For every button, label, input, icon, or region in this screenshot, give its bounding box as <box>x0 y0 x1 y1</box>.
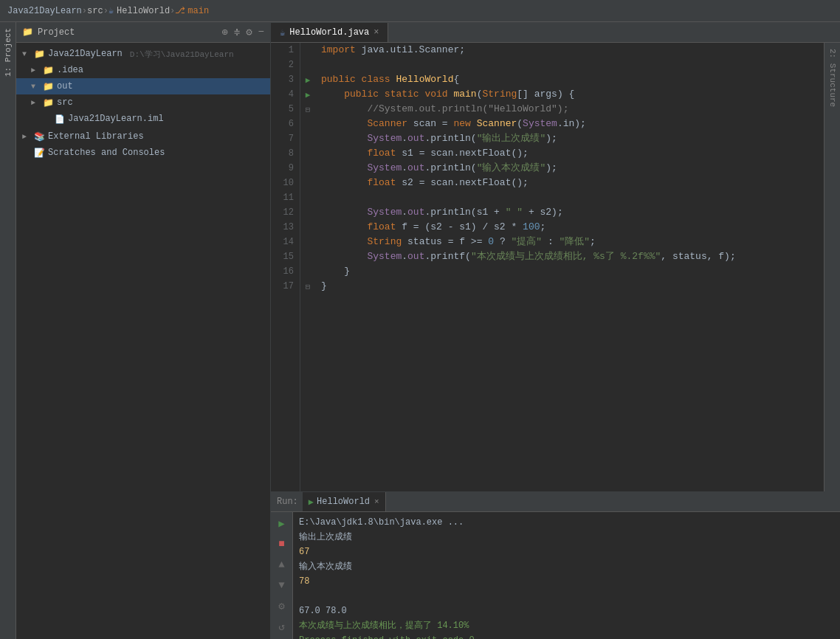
tree-item-idea[interactable]: 📁 .idea <box>16 62 270 78</box>
code-line-4: public static void main(String[] args) { <box>321 87 818 102</box>
gutter-15 <box>300 264 315 279</box>
code-line-12: System.out.println(s1 + " " + s2); <box>321 205 818 220</box>
structure-strip-label[interactable]: 2: Structure <box>828 43 837 113</box>
tree-item-scratches[interactable]: 📝 Scratches and Consoles <box>16 145 270 161</box>
tree-item-iml[interactable]: 📄 Java21DayLearn.iml <box>16 111 270 127</box>
code-line-15: System.out.printf("本次成绩与上次成绩相比, %s了 %.2f… <box>321 249 818 264</box>
line-10: 10 <box>271 176 294 190</box>
run-sidebar: ▶ ■ ▲ ▼ ⚙ ↺ 🖨 🗑 <box>271 512 293 639</box>
scratches-icon: 📝 <box>34 148 45 159</box>
code-line-16: } <box>321 264 818 279</box>
out-line-6 <box>299 589 834 604</box>
tab-close-button[interactable]: × <box>373 27 379 38</box>
title-bar: Java21DayLearn › src › ☕ HelloWorld › ⎇ … <box>0 0 840 22</box>
tree-item-root[interactable]: 📁 Java21DayLearn D:\学习\Java21DayLearn <box>16 46 270 62</box>
run-down-button[interactable]: ▼ <box>274 577 290 593</box>
run-output: E:\Java\jdk1.8\bin\java.exe ... 输出上次成绩 6… <box>293 512 840 639</box>
breadcrumb-project[interactable]: Java21DayLearn <box>7 6 82 16</box>
run-stop-button[interactable]: ■ <box>274 536 290 552</box>
breadcrumb-branch[interactable]: ⎇ main <box>175 5 209 16</box>
gutter-6 <box>300 131 315 146</box>
tree-item-out[interactable]: 📁 out <box>16 78 270 94</box>
editor-tab-helloworld[interactable]: ☕ HelloWorld.java × <box>271 23 388 42</box>
line-15: 15 <box>271 249 294 264</box>
line-5: 5 <box>271 102 294 117</box>
expand-arrow-src <box>31 99 40 107</box>
run-tab-helloworld[interactable]: ▶ HelloWorld × <box>303 492 386 511</box>
project-panel: 📁 Project ⊕ ≑ ⚙ − 📁 Java21DayLearn D:\学习… <box>16 22 271 639</box>
line-8: 8 <box>271 146 294 161</box>
gutter-4-fold[interactable]: ⊟ <box>300 102 315 117</box>
line-11: 11 <box>271 190 294 205</box>
line-9: 9 <box>271 161 294 176</box>
code-line-6: Scanner scan = new Scanner(System.in); <box>321 117 818 131</box>
out-line-7: 67.0 78.0 <box>299 604 834 618</box>
out-line-4: 输入本次成绩 <box>299 559 834 574</box>
project-header-icons: ⊕ ≑ ⚙ − <box>221 26 264 38</box>
run-rerun-button[interactable]: ↺ <box>274 618 290 635</box>
line-3: 3 <box>271 72 294 87</box>
breadcrumb-sep1: › <box>82 6 87 16</box>
gutter-8 <box>300 161 315 176</box>
tree-item-src[interactable]: 📁 src <box>16 94 270 111</box>
idea-folder-icon: 📁 <box>43 65 54 76</box>
code-line-1: import java.util.Scanner; <box>321 43 818 58</box>
run-settings-button[interactable]: ⚙ <box>274 598 290 614</box>
breadcrumb-file[interactable]: ☕ HelloWorld <box>109 5 170 16</box>
line-12: 12 <box>271 205 294 220</box>
line-4: 4 <box>271 87 294 102</box>
code-line-14: String status = f >= 0 ? "提高" : "降低"; <box>321 235 818 249</box>
gutter-10 <box>300 190 315 205</box>
line-13: 13 <box>271 220 294 235</box>
minus-icon[interactable]: − <box>258 26 264 38</box>
gutter-14 <box>300 249 315 264</box>
extlibs-icon: 📚 <box>34 131 45 142</box>
main-layout: 1: Project 📁 Project ⊕ ≑ ⚙ − 📁 Java21Day… <box>0 22 840 639</box>
run-content: ▶ ■ ▲ ▼ ⚙ ↺ 🖨 🗑 E:\Java\jdk1.8\bin\java.… <box>271 512 840 639</box>
out-line-3: 67 <box>299 545 834 559</box>
gutter-16-fold[interactable]: ⊟ <box>300 279 315 294</box>
code-line-9: System.out.println("输入本次成绩"); <box>321 161 818 176</box>
breadcrumb-sep3: › <box>170 6 175 16</box>
code-line-13: float f = (s2 - s1) / s2 * 100; <box>321 220 818 235</box>
out-folder-icon: 📁 <box>43 81 54 92</box>
line-6: 6 <box>271 117 294 131</box>
line-2: 2 <box>271 58 294 72</box>
tree-item-extlibs[interactable]: 📚 External Libraries <box>16 128 270 145</box>
globe-icon[interactable]: ⊕ <box>221 26 227 38</box>
run-tab-icon: ▶ <box>309 497 314 508</box>
code-editor[interactable]: import java.util.Scanner; public class H… <box>315 43 824 491</box>
right-strip: 2: Structure <box>824 43 840 491</box>
scratches-label: Scratches and Consoles <box>48 148 165 158</box>
gutter-11 <box>300 205 315 220</box>
sort-icon[interactable]: ≑ <box>234 26 240 38</box>
right-side: ☕ HelloWorld.java × 1 2 3 4 5 6 7 8 9 10… <box>271 22 840 639</box>
code-line-7: System.out.println("输出上次成绩"); <box>321 131 818 146</box>
idea-label: .idea <box>57 65 83 75</box>
run-play-button[interactable]: ▶ <box>274 515 290 531</box>
project-strip-label[interactable]: 1: Project <box>4 22 13 83</box>
out-line-2: 输出上次成绩 <box>299 530 834 545</box>
code-line-10: float s2 = scan.nextFloat(); <box>321 176 818 190</box>
run-tab-close[interactable]: × <box>374 497 379 506</box>
gear-icon[interactable]: ⚙ <box>246 26 252 38</box>
run-up-button[interactable]: ▲ <box>274 556 290 573</box>
breadcrumb-sep2: › <box>103 6 109 16</box>
line-1: 1 <box>271 43 294 58</box>
gutter-13 <box>300 235 315 249</box>
code-line-17: } <box>321 279 818 294</box>
run-panel: Run: ▶ HelloWorld × ▶ ■ ▲ ▼ ⚙ ↺ 🖨 🗑 <box>271 491 840 639</box>
tab-java-icon: ☕ <box>280 27 285 38</box>
gutter-4-run[interactable]: ▶ <box>300 87 315 102</box>
code-line-2 <box>321 58 818 72</box>
gutter-3-run[interactable]: ▶ <box>300 72 315 87</box>
line-17: 17 <box>271 279 294 294</box>
expand-arrow-root <box>22 50 31 58</box>
gutter-9 <box>300 176 315 190</box>
root-path: D:\学习\Java21DayLearn <box>130 49 234 60</box>
left-strip: 1: Project <box>0 22 16 639</box>
breadcrumb-src[interactable]: src <box>87 6 103 16</box>
project-header-label: Project <box>38 27 75 38</box>
code-line-8: float s1 = scan.nextFloat(); <box>321 146 818 161</box>
run-label: Run: <box>277 497 298 507</box>
